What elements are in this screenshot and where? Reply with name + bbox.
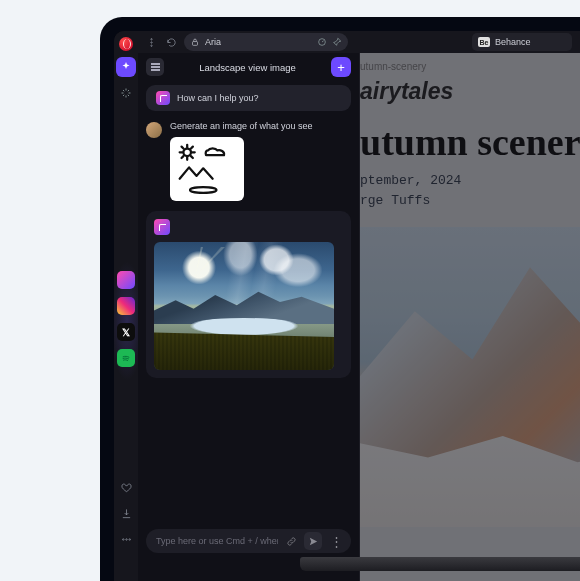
panel-menu-button[interactable] — [146, 58, 164, 76]
chat-input[interactable] — [156, 536, 278, 546]
svg-point-3 — [150, 38, 151, 39]
aria-tool-button[interactable] — [116, 57, 136, 77]
svg-point-2 — [128, 538, 129, 539]
send-button[interactable] — [304, 532, 322, 550]
top-bar: Aria Be Behance + — [138, 31, 580, 53]
left-strip: 𝕏 — [114, 31, 138, 581]
user-avatar — [146, 122, 162, 138]
breadcrumb: utumn-scenery — [360, 53, 580, 72]
new-chat-button[interactable]: + — [331, 57, 351, 77]
strip-bottom-actions — [114, 480, 138, 546]
message-list: How can I help you? Generate an image of… — [138, 81, 359, 523]
generated-landscape-image[interactable] — [154, 242, 334, 370]
aria-avatar-icon — [154, 219, 170, 235]
address-text: Aria — [205, 37, 221, 47]
user-sketch-attachment[interactable] — [170, 137, 244, 201]
reload-icon[interactable] — [164, 35, 178, 49]
main-column: Aria Be Behance + Landscape — [138, 31, 580, 581]
user-text: Generate an image of what you see — [170, 121, 313, 131]
aria-avatar-icon — [156, 91, 170, 105]
panel-header: Landscape view image + — [138, 53, 359, 81]
svg-point-0 — [122, 538, 123, 539]
assistant-bubble: How can I help you? — [146, 85, 351, 111]
behance-badge-icon: Be — [478, 37, 490, 47]
panel-title: Landscape view image — [172, 62, 323, 73]
svg-point-5 — [150, 45, 151, 46]
attach-link-icon[interactable] — [284, 534, 298, 548]
laptop-base — [300, 557, 580, 571]
svg-point-1 — [125, 538, 126, 539]
lock-icon — [190, 37, 200, 47]
page-headline: utumn scenery — [360, 107, 580, 171]
hero-image — [360, 227, 580, 527]
page-date: ptember, 2024 — [360, 171, 580, 191]
download-icon[interactable] — [119, 506, 133, 520]
panel-input-bar: ⋮ — [146, 529, 351, 553]
tab-label: Behance — [495, 37, 531, 47]
heart-icon[interactable] — [119, 480, 133, 494]
more-icon[interactable] — [119, 532, 133, 546]
svg-point-4 — [150, 41, 151, 42]
opera-logo-icon — [119, 37, 133, 51]
sidebar-app-aria[interactable] — [117, 271, 135, 289]
page-author: rge Tuffs — [360, 191, 580, 211]
address-bar[interactable]: Aria — [184, 33, 348, 51]
dashboard-icon[interactable] — [317, 37, 327, 47]
aria-panel: Landscape view image + How can I help yo… — [138, 53, 360, 581]
user-message: Generate an image of what you see — [146, 121, 351, 201]
assistant-message: How can I help you? — [146, 85, 351, 111]
sidebar-apps: 𝕏 — [117, 271, 135, 367]
svg-rect-6 — [193, 42, 198, 46]
sparkle-tool-button[interactable] — [116, 83, 136, 103]
sidebar-app-spotify[interactable] — [117, 349, 135, 367]
browser-window: 𝕏 Aria — [114, 31, 580, 581]
site-name: airytales — [360, 72, 580, 107]
input-more-icon[interactable]: ⋮ — [328, 534, 345, 549]
assistant-text: How can I help you? — [177, 93, 259, 103]
sidebar-app-x[interactable]: 𝕏 — [117, 323, 135, 341]
content-row: Landscape view image + How can I help yo… — [138, 53, 580, 581]
laptop-frame: 𝕏 Aria — [100, 17, 580, 581]
sidebar-app-instagram[interactable] — [117, 297, 135, 315]
svg-point-8 — [183, 149, 191, 157]
webpage-content: utumn-scenery airytales utumn scenery pt… — [360, 53, 580, 581]
browser-tab[interactable]: Be Behance — [472, 33, 572, 51]
generated-image-card — [146, 211, 351, 378]
tab-menu-icon[interactable] — [144, 35, 158, 49]
pin-icon[interactable] — [332, 37, 342, 47]
